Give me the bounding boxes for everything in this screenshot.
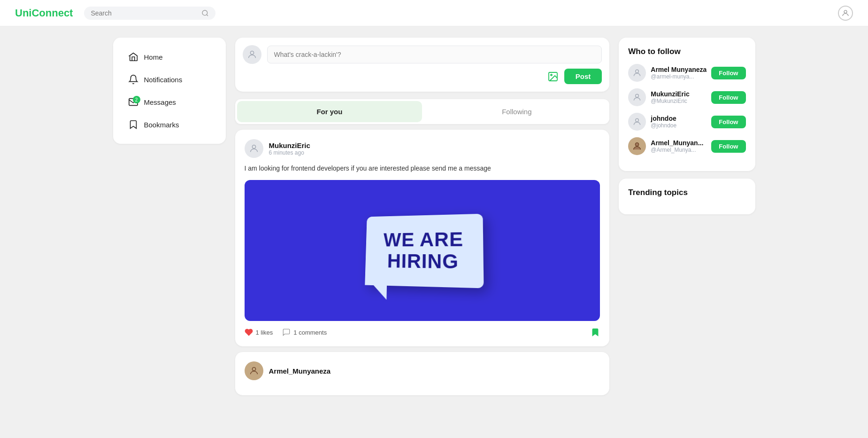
svg-point-2 bbox=[844, 10, 847, 13]
post2-header: Armel_Munyaneza bbox=[245, 361, 600, 380]
main-layout: Home Notifications 2 Messages Bookmarks bbox=[106, 26, 763, 407]
bookmarks-label: Bookmarks bbox=[144, 121, 179, 129]
post-time: 6 minutes ago bbox=[269, 149, 310, 156]
sidebar-item-notifications[interactable]: Notifications bbox=[117, 69, 222, 90]
post2-author-name: Armel_Munyaneza bbox=[269, 367, 331, 375]
search-input[interactable] bbox=[91, 9, 198, 17]
svg-point-11 bbox=[636, 118, 639, 122]
follow-name-2: MukunziEric bbox=[651, 90, 707, 98]
svg-point-12 bbox=[636, 143, 639, 146]
post-header: MukunziEric 6 minutes ago bbox=[245, 139, 600, 158]
comments-count: 1 comments bbox=[293, 329, 327, 336]
follow-handle-1: @armel-munya... bbox=[651, 73, 707, 80]
post2-avatar bbox=[245, 361, 263, 380]
media-upload-icon[interactable] bbox=[547, 71, 559, 82]
tab-following[interactable]: Following bbox=[424, 99, 609, 124]
post-input-row bbox=[243, 45, 602, 64]
search-icon bbox=[201, 9, 209, 17]
who-to-follow-title: Who to follow bbox=[628, 47, 745, 56]
topnav-right bbox=[838, 6, 853, 21]
user-profile-icon[interactable] bbox=[838, 6, 853, 21]
messages-label: Messages bbox=[144, 98, 176, 106]
follow-button-1[interactable]: Follow bbox=[711, 67, 745, 79]
follow-avatar-3 bbox=[628, 113, 646, 131]
notifications-label: Notifications bbox=[144, 76, 183, 84]
home-icon bbox=[128, 52, 138, 62]
sidebar-item-home[interactable]: Home bbox=[117, 46, 222, 68]
follow-handle-4: @Armel_Munya... bbox=[651, 147, 707, 153]
post-composer: Post bbox=[235, 38, 610, 92]
follow-avatar-2 bbox=[628, 88, 646, 106]
follow-item-1: Armel Munyaneza @armel-munya... Follow bbox=[628, 64, 745, 82]
who-to-follow-section: Who to follow Armel Munyaneza @armel-mun… bbox=[619, 38, 755, 171]
search-bar[interactable] bbox=[84, 7, 215, 20]
hiring-text: WE ARE HIRING bbox=[383, 228, 463, 273]
comment-button[interactable]: 1 comments bbox=[282, 328, 327, 336]
tab-for-you[interactable]: For you bbox=[237, 101, 422, 122]
like-button[interactable]: 1 likes bbox=[245, 328, 273, 336]
post-author-avatar bbox=[245, 139, 263, 158]
follow-info-4: Armel_Munyan... @Armel_Munya... bbox=[651, 139, 707, 153]
follow-item-3: johndoe @johndoe Follow bbox=[628, 113, 745, 131]
svg-point-9 bbox=[636, 70, 639, 73]
bookmarks-icon bbox=[128, 119, 138, 130]
post-author-name: MukunziEric bbox=[269, 141, 310, 149]
follow-item-4: Armel_Munyan... @Armel_Munya... Follow bbox=[628, 137, 745, 155]
feed: Post For you Following MukunziEric 6 min… bbox=[235, 38, 610, 395]
svg-point-4 bbox=[250, 51, 253, 55]
follow-name-1: Armel Munyaneza bbox=[651, 66, 707, 73]
follow-handle-2: @MukunziEric bbox=[651, 98, 707, 104]
follow-button-3[interactable]: Follow bbox=[711, 116, 745, 128]
post-author-info: MukunziEric 6 minutes ago bbox=[269, 141, 310, 156]
heart-icon bbox=[245, 328, 253, 336]
svg-point-6 bbox=[551, 74, 552, 76]
post-body-text: I am looking for frontend developers if … bbox=[245, 164, 600, 173]
topnav: UniConnect bbox=[0, 0, 868, 26]
post-button[interactable]: Post bbox=[564, 69, 602, 84]
follow-item-2: MukunziEric @MukunziEric Follow bbox=[628, 88, 745, 106]
follow-name-4: Armel_Munyan... bbox=[651, 139, 707, 147]
brand-logo: UniConnect bbox=[15, 7, 73, 19]
right-panel: Who to follow Armel Munyaneza @armel-mun… bbox=[619, 38, 755, 395]
svg-point-10 bbox=[636, 94, 639, 97]
follow-info-1: Armel Munyaneza @armel-munya... bbox=[651, 66, 707, 80]
bookmark-save-icon[interactable] bbox=[591, 328, 600, 337]
post-text-input[interactable] bbox=[267, 46, 602, 63]
post-footer: 1 likes 1 comments bbox=[245, 328, 600, 337]
trending-topics-title: Trending topics bbox=[628, 188, 745, 197]
svg-line-1 bbox=[207, 15, 208, 16]
comment-icon bbox=[282, 328, 291, 336]
follow-avatar-4 bbox=[628, 137, 646, 155]
feed-tabs: For you Following bbox=[235, 99, 610, 124]
post-card: MukunziEric 6 minutes ago I am looking f… bbox=[235, 130, 610, 346]
composer-avatar bbox=[243, 45, 261, 64]
sidebar: Home Notifications 2 Messages Bookmarks bbox=[113, 38, 226, 144]
likes-count: 1 likes bbox=[256, 329, 273, 336]
sidebar-item-messages[interactable]: 2 Messages bbox=[117, 91, 222, 113]
notifications-icon bbox=[128, 74, 138, 85]
svg-point-0 bbox=[202, 10, 207, 16]
follow-name-3: johndoe bbox=[651, 115, 707, 122]
follow-handle-3: @johndoe bbox=[651, 122, 707, 129]
svg-point-7 bbox=[252, 145, 255, 149]
follow-avatar-1 bbox=[628, 64, 646, 82]
follow-button-4[interactable]: Follow bbox=[711, 140, 745, 153]
trending-topics-section: Trending topics bbox=[619, 179, 755, 214]
follow-button-2[interactable]: Follow bbox=[711, 91, 745, 104]
svg-point-8 bbox=[252, 368, 255, 371]
follow-info-3: johndoe @johndoe bbox=[651, 115, 707, 129]
post2-author-info: Armel_Munyaneza bbox=[269, 367, 331, 375]
post-image: WE ARE HIRING bbox=[245, 180, 600, 321]
post-actions: Post bbox=[243, 69, 602, 84]
home-label: Home bbox=[144, 53, 163, 61]
post-card-2: Armel_Munyaneza bbox=[235, 352, 610, 395]
messages-badge: 2 bbox=[133, 96, 140, 103]
hiring-bubble: WE ARE HIRING bbox=[365, 214, 484, 289]
follow-info-2: MukunziEric @MukunziEric bbox=[651, 90, 707, 104]
sidebar-item-bookmarks[interactable]: Bookmarks bbox=[117, 114, 222, 135]
